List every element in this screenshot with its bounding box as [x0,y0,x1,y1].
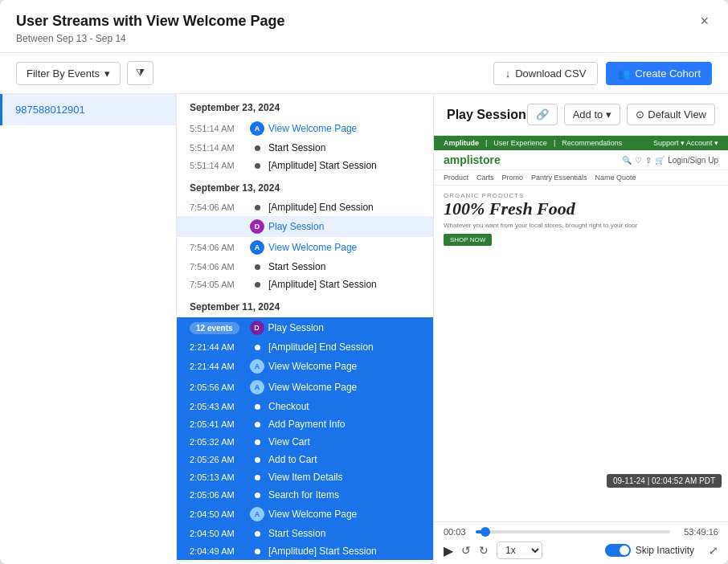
amplistore-logo: amplistore [444,153,501,166]
shop-now-button[interactable]: SHOP NOW [444,234,492,246]
event-row[interactable]: 7:54:06 AM Start Session [177,258,433,276]
speed-selector[interactable]: 1x 2x 0.5x [497,542,542,559]
dot-icon [255,345,260,350]
nav-recommendations: Recommendations [562,139,622,147]
event-row[interactable]: 2:05:56 AM A View Welcome Page [177,377,433,398]
progress-bar-container: 00:03 53:49:16 [444,527,718,537]
event-row[interactable]: 2:05:13 AM View Item Details [177,468,433,486]
event-row[interactable]: 2:05:32 AM View Cart [177,433,433,451]
add-to-button[interactable]: Add to ▾ [564,104,621,125]
event-row[interactable]: 2:05:26 AM Add to Cart [177,451,433,468]
event-row[interactable]: 2:05:06 AM Search for Items [177,486,433,504]
event-name[interactable]: View Welcome Page [268,382,427,393]
event-name[interactable]: View Welcome Page [268,509,427,520]
event-name[interactable]: [Amplitude] End Session [268,341,427,353]
event-name[interactable]: Start Session [268,528,427,539]
event-row[interactable]: 2:04:50 AM A View Welcome Page [177,504,433,525]
event-name[interactable]: Add to Cart [268,454,427,465]
amplistore-nav: Amplitude | User Experience | Recommenda… [434,136,728,150]
event-name[interactable]: View Welcome Page [268,123,427,134]
event-name[interactable]: Search for Items [268,489,427,501]
event-name[interactable]: View Item Details [268,472,427,483]
user-sidebar: 987588012901 [0,94,177,564]
event-dot-container [246,475,268,480]
users-icon: 👥 [617,67,630,80]
event-time: 7:54:06 AM [190,243,246,252]
create-cohort-label: Create Cohort [635,67,701,80]
event-dot-container: D [246,219,268,234]
cart-icon: 🛒 [655,156,665,165]
event-time: 2:04:50 AM [190,529,246,538]
skip-inactivity-track[interactable] [605,544,631,557]
event-dot-container [246,404,268,410]
forward-button[interactable]: ↻ [479,544,489,557]
event-time: 2:05:56 AM [190,382,246,392]
default-view-button[interactable]: ⊙ Default View [627,104,715,125]
filter-icon-button[interactable]: ⧩ [127,61,153,85]
date-header-sep23: September 23, 2024 [177,94,433,118]
event-row[interactable]: 7:54:06 AM [Amplitude] End Session [177,198,433,216]
event-row[interactable]: 2:04:50 AM Start Session [177,525,433,542]
avatar-a-icon: A [250,121,264,136]
event-row[interactable]: 5:51:14 AM Start Session [177,139,433,157]
event-time: 2:21:44 AM [190,342,246,352]
nav-separator: | [485,139,487,147]
event-row[interactable]: 2:04:49 AM [Amplitude] Start Session [177,542,433,560]
event-name[interactable]: [Amplitude] Start Session [268,160,427,171]
rewind-button[interactable]: ↺ [461,544,471,557]
close-button[interactable]: × [697,13,712,30]
event-time: 2:05:26 AM [190,455,246,464]
dot-icon [255,205,260,210]
download-csv-button[interactable]: ↓ Download CSV [493,62,599,85]
expand-button[interactable]: ⤢ [709,544,718,557]
event-name[interactable]: [Amplitude] Start Session [268,279,427,290]
event-time: 5:51:14 AM [190,124,246,133]
dot-icon [255,549,260,554]
event-row[interactable]: 2:21:44 AM A View Welcome Page [177,356,433,377]
event-time: 7:54:05 AM [190,280,246,289]
user-item[interactable]: 987588012901 [0,94,176,125]
link-button[interactable]: 🔗 [527,104,558,125]
add-payment-info-event[interactable]: Add Payment Info [268,419,427,430]
event-name[interactable]: Start Session [268,142,427,153]
event-row[interactable]: 5:51:14 AM A View Welcome Page [177,118,433,139]
skip-inactivity-toggle: Skip Inactivity [605,544,694,557]
event-row[interactable]: 7:54:06 AM A View Welcome Page [177,237,433,258]
event-time: 2:05:41 AM [190,419,246,429]
create-cohort-button[interactable]: 👥 Create Cohort [606,62,712,85]
menu-carts: Carts [476,174,494,182]
event-dot-container [246,549,268,554]
event-name[interactable]: Play Session [268,221,427,232]
funnel-icon: ⧩ [136,67,145,79]
share-icon: ⇧ [645,156,652,165]
event-name[interactable]: View Welcome Page [268,361,427,372]
amplistore-search-icons: 🔍 ♡ ⇧ 🛒 Login/Sign Up [622,156,718,165]
play-session-row-sep13[interactable]: D Play Session [177,216,433,237]
menu-name-quote: Name Quote [595,174,636,182]
event-row[interactable]: 2:21:44 AM [Amplitude] End Session [177,338,433,356]
event-row[interactable]: 2:05:41 AM Add Payment Info [177,415,433,433]
play-header: Play Session 🔗 Add to ▾ ⊙ Default View [434,94,728,136]
event-row[interactable]: 2:05:43 AM Checkout [177,398,433,415]
event-name[interactable]: View Welcome Page [268,242,427,253]
download-icon: ↓ [505,67,511,80]
filter-by-events-button[interactable]: Filter By Events ▾ [16,62,121,85]
user-id: 987588012901 [15,104,85,116]
progress-bar[interactable] [476,530,670,533]
event-name[interactable]: View Cart [268,436,427,448]
event-row[interactable]: 7:54:05 AM [Amplitude] Start Session [177,276,433,293]
event-name[interactable]: Checkout [268,401,427,412]
events-badge-row[interactable]: 12 events D Play Session [177,317,433,338]
dot-icon [255,422,260,427]
event-dot-container [246,457,268,463]
play-button[interactable]: ▶ [444,543,453,558]
event-name[interactable]: [Amplitude] End Session [268,202,427,213]
nav-user-experience: User Experience [493,139,547,147]
event-name[interactable]: Play Session [268,322,427,333]
event-name[interactable]: [Amplitude] Start Session [268,546,427,557]
event-name[interactable]: Start Session [268,261,427,272]
event-row[interactable]: 5:51:14 AM [Amplitude] Start Session [177,157,433,174]
session-preview-inner: Amplitude | User Experience | Recommenda… [434,136,728,521]
add-to-label: Add to [573,108,603,121]
event-dot-container: A [246,121,268,136]
